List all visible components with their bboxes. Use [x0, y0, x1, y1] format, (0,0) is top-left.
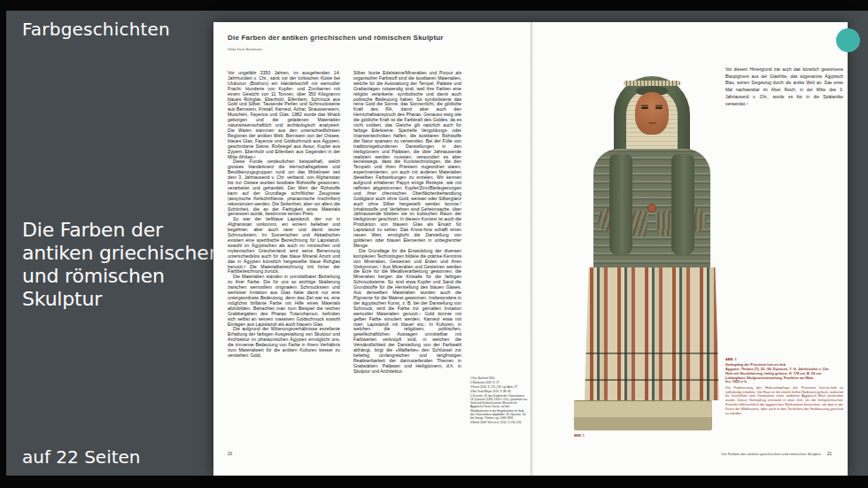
page-count-note: auf 22 Seiten: [22, 446, 141, 468]
body-paragraph: Die Grundlage für die Entwicklung der di…: [353, 249, 461, 375]
caption-detail: Inv. 1652 a–b: [725, 380, 843, 384]
sarcophagus-eye: [655, 107, 663, 109]
slide-stage: Farbgeschichten Die Farben der antiken g…: [0, 0, 868, 488]
caption-body: Die Farbfassung des Holzsarkophags der P…: [725, 386, 843, 416]
running-footer: Die Farben der antiken griechischen und …: [721, 452, 832, 456]
footnote: 3 Freier 2016, S. 721–742; vgl. Anm. 27.: [470, 385, 529, 389]
sarcophagus-eye: [641, 107, 648, 109]
body-paragraph: Silber, bunte Edelsteine/Mineralien und …: [353, 71, 461, 249]
running-footer-title: Die Farben der antiken griechischen und …: [721, 452, 820, 456]
footnotes-block: 1 Kat. Bochum 2005. 2 Warburton 2019, S.…: [470, 376, 529, 425]
slide-title: Die Farben der antiken griechischen und …: [22, 219, 221, 311]
slide-title-line: Die Farben der: [22, 219, 221, 242]
body-paragraph: So war der tiefblaue Lapislazuli, der nu…: [228, 217, 340, 275]
letterbox-bottom-bar: [0, 476, 868, 488]
right-page-intro: Vor diesem Hintergrund trat auch das kün…: [725, 66, 843, 107]
slide-title-line: und römischen: [22, 265, 221, 288]
sarcophagus-plinth: [574, 400, 712, 430]
slide-title-line: Skulptur: [22, 288, 221, 311]
figure-label: ABB. 1: [574, 434, 585, 438]
book-spread: Die Farben der antiken griechischen und …: [213, 22, 848, 476]
footnote: 2 Warburton 2019, S. 27.: [470, 381, 529, 384]
footnote: 4 Bat Yosef Mayer 2019, S. 88–93.: [470, 390, 529, 393]
article-title: Die Farben der antiken griechischen und …: [228, 34, 493, 42]
left-edge-strip: [0, 11, 6, 476]
letterbox-top-bar: [0, 0, 868, 11]
sarcophagus-image: [572, 69, 714, 434]
chapter-marker-dot: [836, 28, 860, 52]
right-page-number: 21: [827, 452, 832, 456]
slide-title-line: antiken griechischen: [22, 242, 221, 265]
sarcophagus-sun-disc: [647, 204, 656, 213]
footnote: 1 Kat. Bochum 2005.: [470, 376, 529, 380]
page-fold: [530, 22, 533, 476]
left-page-column-2: Silber, bunte Edelsteine/Mineralien und …: [353, 71, 461, 375]
left-page-number: 20: [228, 452, 232, 456]
footnote: 6 Berke 2009; Verri et al. 2010, S. 220–…: [470, 421, 529, 424]
sarcophagus-striped-body: [585, 267, 719, 400]
footnote: 5 So wird z. B. das Diadem des Tutancham…: [470, 394, 529, 421]
body-paragraph: Die aufgrund der Witterungsverhältnisse …: [228, 327, 340, 358]
left-page-column-1: Vor ungefähr 3350 Jahren, im ausgehenden…: [228, 71, 340, 359]
sarcophagus-wig-lappet: [609, 154, 632, 255]
deck-kicker: Farbgeschichten: [22, 19, 170, 40]
article-author: Ulrike Koch-Brinkmann: [228, 48, 262, 51]
sarcophagus-wig-lappet: [671, 154, 694, 255]
sarcophagus-mouth: [648, 122, 656, 124]
figure-caption: ABB. 1 Sarkophag der Priesterin Iset-en-…: [725, 358, 843, 415]
body-paragraph: Vor ungefähr 3350 Jahren, im ausgehenden…: [228, 71, 340, 159]
caption-label: ABB. 1: [725, 358, 843, 362]
sarcophagus-face: [635, 92, 669, 135]
body-paragraph: Die Materialien standen in unmittelbarer…: [228, 275, 340, 327]
body-paragraph: Diese Funde verdeutlichen beispielhaft, …: [228, 159, 340, 217]
